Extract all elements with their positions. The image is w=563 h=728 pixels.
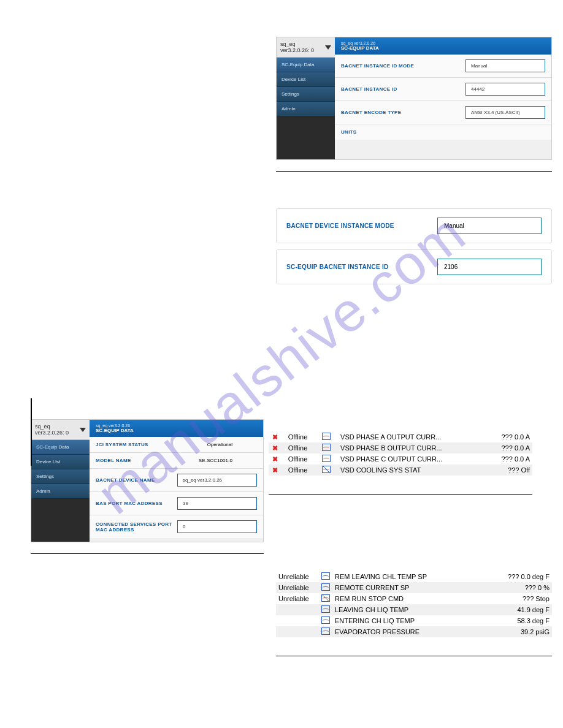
chevron-down-icon [325,45,331,50]
chevron-down-icon [80,428,86,432]
setting-value: Operational [201,442,257,447]
sidebar-item[interactable]: Device List [277,72,335,87]
field-card: SC-EQUIP BACNET INSTANCE ID 2106 [276,249,552,284]
x-icon: ✖ [271,444,278,452]
app-screenshot-1: sq_eq ver3.2.0.26: 0 SC-Equip Data Devic… [276,37,552,160]
x-icon: ✖ [271,455,278,463]
trend-icon [322,455,331,462]
point-status: Offline [286,431,320,442]
setting-row: BACNET ENCODE TYPE ANSI X3.4 (US-ASCII) [335,101,551,124]
panel-header: sq_eq ver3.2.0.26 SC-EQUIP DATA [90,420,263,437]
field-label: BACNET DEVICE INSTANCE MODE [286,222,437,229]
sidebar-item[interactable]: Admin [31,484,90,499]
setting-label: UNITS [341,129,545,135]
setting-label: CONNECTED SERVICES PORT MAC ADDRESS [96,521,177,533]
trend-icon [321,583,330,591]
sidebar-item[interactable]: Settings [277,87,335,102]
point-status: Offline [286,464,320,476]
field-input[interactable]: 2106 [437,259,542,275]
binary-icon [322,466,331,473]
divider [31,553,264,554]
vertical-divider [31,398,32,466]
point-value: ??? 0 % [481,582,552,593]
trend-icon [321,628,330,635]
sidebar-dropdown-label: sq_eq ver3.2.0.26: 0 [35,423,80,436]
table-row: ENTERING CH LIQ TEMP 58.3 deg F [276,615,552,626]
sidebar-item[interactable]: SC-Equip Data [277,58,335,72]
setting-value-input[interactable]: 39 [177,497,257,510]
point-value: ??? 0.0 A [486,453,532,464]
setting-value-input[interactable]: ANSI X3.4 (US-ASCII) [465,106,545,119]
setting-value-input[interactable]: sq_eq ver3.2.0.26 [177,474,257,487]
app-screenshot-2: sq_eq ver3.2.0.26: 0 SC-Equip Data Devic… [31,419,264,542]
setting-value-input[interactable]: 0 [177,520,257,533]
panel-header: sq_eq ver3.2.0.26 SC-EQUIP DATA [335,37,551,55]
table-row: ✖ Offline VSD COOLING SYS STAT ??? Off [269,464,532,476]
setting-label: MODEL NAME [96,458,193,463]
point-name: VSD COOLING SYS STAT [338,464,486,476]
field-input[interactable]: Manual [437,218,542,234]
point-value: ??? 0.0 A [486,442,532,453]
point-status [276,615,319,626]
setting-value: SE-SCC1001-0 [193,458,257,463]
table-row: Unreliable REM RUN STOP CMD ??? Stop [276,593,552,604]
table-row: EVAPORATOR PRESSURE 39.2 psiG [276,626,552,637]
setting-label: BACNET ENCODE TYPE [341,110,465,115]
table-row: ✖ Offline VSD PHASE A OUTPUT CURR... ???… [269,431,532,442]
offline-points-table: ✖ Offline VSD PHASE A OUTPUT CURR... ???… [269,431,532,476]
point-status: Unreliable [276,582,319,593]
setting-value-input[interactable]: 44442 [465,83,545,96]
trend-icon [321,616,330,624]
setting-label: BACNET DEVICE NAME [96,477,177,483]
point-name: REMOTE CURRENT SP [332,582,481,593]
point-name: VSD PHASE C OUTPUT CURR... [338,453,486,464]
point-status [276,626,319,637]
binary-icon [321,594,330,602]
divider [269,494,532,495]
point-name: VSD PHASE B OUTPUT CURR... [338,442,486,453]
trend-icon [322,433,331,440]
table-row: ✖ Offline VSD PHASE C OUTPUT CURR... ???… [269,453,532,464]
point-value: ??? 0.0 deg F [481,571,552,582]
table-row: Unreliable REMOTE CURRENT SP ??? 0 % [276,582,552,593]
point-value: ??? Stop [481,593,552,604]
sidebar-item[interactable]: SC-Equip Data [31,440,90,455]
sidebar-dropdown[interactable]: sq_eq ver3.2.0.26: 0 [31,420,90,440]
point-value: ??? Off [486,464,532,476]
field-card: BACNET DEVICE INSTANCE MODE Manual [276,208,552,243]
trend-icon [321,572,330,580]
trend-icon [322,444,331,451]
point-status: Offline [286,442,320,453]
trend-icon [321,605,330,613]
sidebar-item[interactable]: Device List [31,455,90,469]
table-row: ✖ Offline VSD PHASE B OUTPUT CURR... ???… [269,442,532,453]
table-row: Unreliable REM LEAVING CHL TEMP SP ??? 0… [276,571,552,582]
point-value: ??? 0.0 A [486,431,532,442]
point-status: Unreliable [276,593,319,604]
setting-value-input[interactable]: Manual [465,59,545,72]
setting-row: BACNET INSTANCE ID 44442 [335,78,551,101]
point-name: REM RUN STOP CMD [332,593,481,604]
setting-label: BAS PORT MAC ADDRESS [96,501,177,506]
sidebar-item[interactable]: Settings [31,469,90,484]
point-status: Offline [286,453,320,464]
x-icon: ✖ [271,433,278,441]
sidebar-item[interactable]: Admin [277,102,335,116]
setting-row: BACNET INSTANCE ID MODE Manual [335,55,551,78]
point-name: ENTERING CH LIQ TEMP [332,615,481,626]
setting-label: JCI SYSTEM STATUS [96,442,201,447]
setting-row: UNITS [335,124,551,140]
point-status: Unreliable [276,571,319,582]
point-name: LEAVING CH LIQ TEMP [332,604,481,615]
point-name: VSD PHASE A OUTPUT CURR... [338,431,486,442]
point-value: 58.3 deg F [481,615,552,626]
setting-label: BACNET INSTANCE ID [341,86,465,92]
point-name: EVAPORATOR PRESSURE [332,626,481,637]
divider [276,171,552,172]
point-name: REM LEAVING CHL TEMP SP [332,571,481,582]
point-status [276,604,319,615]
divider [276,656,552,656]
setting-label: BACNET INSTANCE ID MODE [341,63,465,69]
point-value: 41.9 deg F [481,604,552,615]
sidebar-dropdown[interactable]: sq_eq ver3.2.0.26: 0 [277,37,335,58]
